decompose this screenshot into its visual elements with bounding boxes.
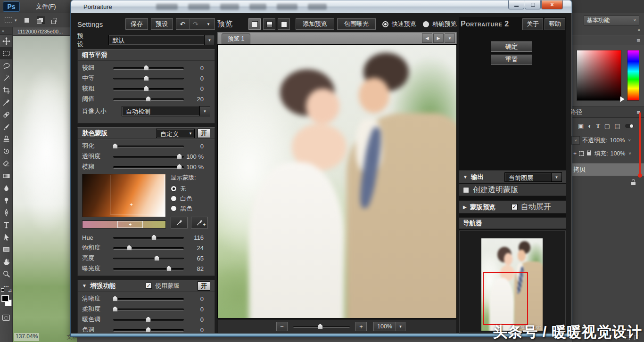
radio-icon[interactable]: [171, 195, 177, 202]
split-horizontal-view-button[interactable]: [263, 18, 275, 30]
slider-thumb[interactable]: [144, 65, 149, 71]
shape-filter-icon[interactable]: ▢: [604, 122, 610, 130]
preview-tab-1[interactable]: 预览 1: [222, 33, 250, 44]
marquee-tool-icon[interactable]: [5, 17, 12, 23]
color-swatches[interactable]: ⇄: [0, 294, 13, 311]
adjustment-filter-icon[interactable]: ◐: [588, 122, 592, 130]
zoom-slider[interactable]: [293, 323, 350, 330]
tab-list-icon[interactable]: ▾: [445, 33, 455, 43]
exposure-slider[interactable]: [113, 265, 184, 272]
lock-artboard-icon[interactable]: [579, 151, 584, 156]
document-tab[interactable]: 11120007f235e00...: [13, 27, 77, 36]
slider-thumb[interactable]: [146, 317, 151, 322]
layer-row[interactable]: 拷贝: [572, 163, 644, 176]
zoom-out-button[interactable]: −: [276, 322, 288, 331]
eraser-tool-icon[interactable]: [0, 157, 13, 170]
fill-value[interactable]: 100%: [611, 150, 626, 157]
swap-colors-icon[interactable]: ⇄: [8, 288, 12, 293]
slider-thumb[interactable]: [113, 306, 118, 312]
threshold-slider[interactable]: [113, 96, 184, 102]
slider-thumb[interactable]: [113, 296, 118, 301]
chevron-down-icon[interactable]: ˅: [628, 151, 631, 156]
sharpness-slider[interactable]: [113, 295, 184, 302]
history-brush-tool-icon[interactable]: [0, 145, 13, 157]
default-colors-icon[interactable]: [1, 288, 4, 292]
slider-thumb[interactable]: [177, 164, 182, 170]
collapse-icon[interactable]: ▼: [463, 174, 468, 179]
radio-icon[interactable]: [171, 186, 177, 192]
type-tool-icon[interactable]: [0, 219, 13, 231]
rect-marquee-tool-icon[interactable]: [0, 47, 13, 59]
slider-thumb[interactable]: [177, 154, 182, 159]
quick-preview-option[interactable]: 快速预览: [382, 20, 416, 28]
reset-button[interactable]: 重置: [491, 55, 532, 65]
single-view-button[interactable]: [248, 18, 261, 30]
path-select-tool-icon[interactable]: [0, 231, 13, 243]
auto-expand-checkbox[interactable]: ✓: [512, 204, 518, 210]
hand-tool-icon[interactable]: [0, 255, 13, 268]
history-dropdown-icon[interactable]: ▾: [202, 19, 215, 29]
warmth-slider[interactable]: [113, 316, 184, 323]
save-button[interactable]: 保存: [125, 18, 148, 30]
hue-ramp[interactable]: [627, 50, 639, 101]
slider-thumb[interactable]: [151, 235, 157, 240]
subtract-selection-button[interactable]: [51, 16, 59, 24]
status-zoom-level[interactable]: 137.04%: [14, 333, 39, 341]
blur-tool-icon[interactable]: [0, 182, 13, 194]
redo-icon[interactable]: ↷: [189, 19, 202, 29]
tab-right-icon[interactable]: ▶: [433, 33, 444, 43]
radio-icon[interactable]: [382, 21, 388, 27]
undo-icon[interactable]: ↶: [176, 19, 189, 29]
move-tool-icon[interactable]: [0, 35, 13, 47]
navigator-thumbnail[interactable]: 头条号/暖暖视觉设计: [481, 238, 543, 331]
new-selection-button[interactable]: [23, 16, 31, 24]
about-button[interactable]: 关于: [522, 18, 543, 30]
bracket-exposure-button[interactable]: 包围曝光: [337, 18, 376, 30]
lock-position-icon[interactable]: +: [573, 150, 577, 157]
add-eyedropper-button[interactable]: +: [191, 217, 208, 228]
radio-icon[interactable]: [423, 21, 429, 27]
enhance-on-button[interactable]: 开: [198, 281, 210, 291]
dodge-tool-icon[interactable]: [0, 194, 13, 206]
collapse-panels-icon[interactable]: »: [572, 27, 644, 35]
slider-thumb[interactable]: [318, 324, 323, 329]
preset-button[interactable]: 预设: [151, 18, 173, 30]
slider-thumb[interactable]: [146, 96, 151, 102]
filter-toggle[interactable]: [625, 124, 634, 128]
toolbar-collapse-icon[interactable]: »: [0, 27, 12, 35]
crop-tool-icon[interactable]: [0, 84, 13, 96]
feather-slider[interactable]: [113, 143, 184, 149]
transparent-mask-checkbox[interactable]: [463, 187, 469, 193]
color-saturation-square[interactable]: [577, 50, 621, 101]
panel-menu-icon[interactable]: ≡: [636, 37, 640, 44]
brush-tool-icon[interactable]: [0, 121, 13, 133]
tint-slider[interactable]: [113, 326, 184, 333]
zoom-dropdown-icon[interactable]: ▾: [396, 322, 405, 331]
slider-thumb[interactable]: [166, 266, 172, 271]
skin-mode-dropdown[interactable]: 自定义 ▾: [156, 129, 195, 138]
softness-slider[interactable]: [113, 306, 184, 312]
blur-slider[interactable]: [113, 163, 184, 170]
lock-all-icon[interactable]: [587, 152, 591, 155]
navigator-view-rect[interactable]: [483, 272, 528, 326]
portrait-size-dropdown[interactable]: 自动检测 ▾: [122, 106, 210, 116]
workspace-selector[interactable]: 基本功能 ˅: [584, 16, 639, 25]
type-filter-icon[interactable]: T: [596, 122, 600, 130]
eyedropper-tool-icon[interactable]: [0, 96, 13, 108]
hue-range-selection[interactable]: +: [117, 221, 143, 228]
maximize-button[interactable]: [525, 0, 541, 9]
preset-dropdown[interactable]: 默认 ▾: [108, 35, 215, 45]
color-range-selection[interactable]: [110, 175, 165, 215]
opacity-slider[interactable]: [113, 153, 184, 160]
collapse-icon[interactable]: ▼: [82, 283, 87, 288]
menu-file[interactable]: 文件(F): [36, 2, 56, 11]
image-filter-icon[interactable]: ▣: [578, 122, 584, 130]
use-mask-checkbox[interactable]: ✓: [146, 283, 152, 289]
zoom-tool-icon[interactable]: [0, 268, 13, 280]
split-vertical-view-button[interactable]: [278, 18, 290, 30]
chevron-down-icon[interactable]: ▾: [15, 18, 17, 23]
slider-thumb[interactable]: [127, 245, 132, 251]
help-button[interactable]: 帮助: [545, 18, 565, 30]
clone-stamp-tool-icon[interactable]: [0, 133, 13, 145]
slider-thumb[interactable]: [113, 143, 118, 149]
